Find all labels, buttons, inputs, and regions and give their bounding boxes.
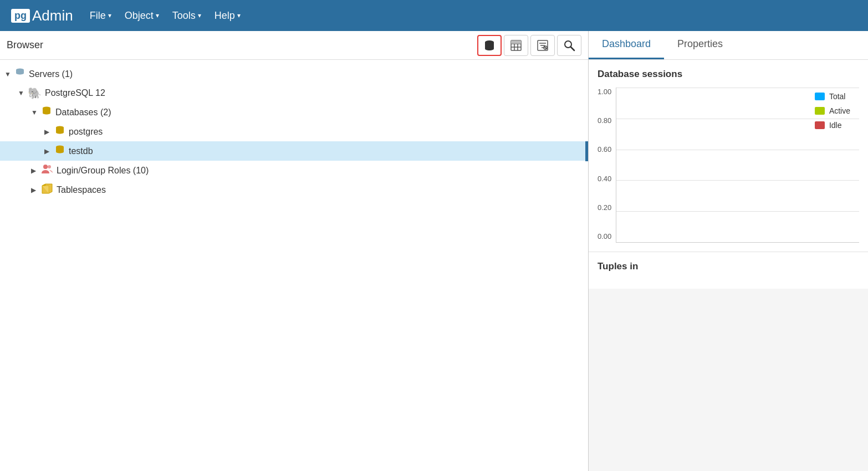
y-label-1: 1.00	[598, 88, 611, 96]
servers-icon	[14, 67, 25, 81]
testdb-label: testdb	[69, 146, 93, 156]
legend-idle: Idle	[815, 121, 850, 130]
search-icon	[563, 39, 575, 52]
chevron-down-icon: ▾	[156, 12, 159, 19]
top-menu: File ▾ Object ▾ Tools ▾ Help ▾	[90, 10, 241, 22]
grid-line-4	[616, 180, 859, 181]
svg-point-20	[48, 165, 51, 168]
tree-item-postgres-db[interactable]: ▶ postgres	[0, 122, 588, 141]
chevron-expand-icon: ▼	[18, 89, 25, 97]
dashboard-tabs: Dashboard Properties	[589, 31, 868, 60]
chart-grid: Total Active Idle	[616, 88, 859, 243]
postgres-db-label: postgres	[69, 127, 103, 137]
tab-dashboard[interactable]: Dashboard	[589, 30, 664, 59]
database-icon	[483, 39, 496, 52]
dashboard-panel: Dashboard Properties Database sessions 1…	[589, 31, 868, 471]
chevron-expand-icon: ▼	[31, 109, 39, 116]
tree-item-servers[interactable]: ▼ Servers (1)	[0, 64, 588, 84]
legend-idle-color	[815, 121, 825, 129]
tuples-in-card: Tuples in	[589, 252, 868, 289]
table-toolbar-button[interactable]	[504, 35, 528, 56]
browser-title: Browser	[7, 39, 43, 51]
chevron-collapsed-icon: ▶	[44, 147, 52, 155]
login-roles-icon	[41, 163, 53, 177]
tablespaces-label: Tablespaces	[57, 185, 106, 195]
grid-line-top	[616, 88, 859, 88]
filter-icon	[537, 39, 549, 52]
chevron-down-icon: ▾	[198, 12, 201, 19]
svg-point-19	[43, 165, 48, 169]
main-layout: Browser	[0, 31, 868, 471]
postgresql-label: PostgreSQL 12	[45, 88, 105, 98]
topbar: pg Admin File ▾ Object ▾ Tools ▾ Help ▾	[0, 0, 868, 31]
browser-panel: Browser	[0, 31, 589, 471]
dashboard-content: Database sessions 1.00 0.80 0.60 0.40 0.…	[589, 60, 868, 471]
table-icon	[510, 39, 522, 52]
chart-legend: Total Active Idle	[815, 92, 850, 130]
y-label-5: 0.20	[598, 203, 611, 212]
chevron-expand-icon: ▼	[4, 70, 12, 78]
legend-total: Total	[815, 92, 850, 101]
tab-properties[interactable]: Properties	[664, 30, 736, 59]
login-roles-label: Login/Group Roles (10)	[57, 166, 149, 176]
y-label-6: 0.00	[598, 232, 611, 240]
filter-toolbar-button[interactable]	[530, 35, 555, 56]
logo-pg: pg	[11, 9, 30, 23]
databases-label: Databases (2)	[55, 107, 111, 117]
tree-item-login-roles[interactable]: ▶ Login/Group Roles (10)	[0, 161, 588, 180]
svg-line-14	[571, 47, 574, 50]
menu-tools[interactable]: Tools ▾	[172, 10, 201, 22]
browser-tree: ▼ Servers (1) ▼ 🐘 PostgreSQL 12 ▼ Databa…	[0, 60, 588, 471]
legend-active-label: Active	[829, 106, 850, 115]
menu-help[interactable]: Help ▾	[215, 10, 241, 22]
tablespaces-icon	[41, 183, 53, 197]
logo-admin: Admin	[32, 7, 73, 24]
chevron-collapsed-icon: ▶	[31, 167, 39, 175]
tuples-in-title: Tuples in	[598, 261, 859, 272]
y-label-4: 0.40	[598, 175, 611, 183]
y-label-3: 0.60	[598, 145, 611, 153]
db-toolbar-button[interactable]	[477, 35, 502, 56]
tree-item-databases[interactable]: ▼ Databases (2)	[0, 103, 588, 122]
search-toolbar-button[interactable]	[557, 35, 581, 56]
browser-toolbar	[477, 35, 581, 56]
db-sessions-card: Database sessions 1.00 0.80 0.60 0.40 0.…	[589, 60, 868, 252]
grid-line-5	[616, 211, 859, 212]
servers-label: Servers (1)	[29, 69, 73, 79]
grid-line-3	[616, 150, 859, 150]
chart-main: Total Active Idle	[616, 88, 859, 243]
postgres-db-icon	[54, 125, 65, 139]
db-sessions-chart: 1.00 0.80 0.60 0.40 0.20 0.00	[598, 88, 859, 243]
logo: pg Admin	[11, 7, 73, 24]
chevron-collapsed-icon: ▶	[44, 128, 52, 136]
databases-icon	[41, 105, 52, 119]
menu-object[interactable]: Object ▾	[125, 10, 159, 22]
legend-active-color	[815, 107, 825, 115]
svg-rect-6	[511, 40, 521, 44]
chart-y-axis: 1.00 0.80 0.60 0.40 0.20 0.00	[598, 88, 616, 243]
legend-active: Active	[815, 106, 850, 115]
legend-total-label: Total	[829, 92, 846, 101]
y-label-2: 0.80	[598, 116, 611, 125]
testdb-icon	[54, 144, 65, 158]
chevron-down-icon: ▾	[237, 12, 241, 19]
tree-item-tablespaces[interactable]: ▶ Tablespaces	[0, 180, 588, 199]
browser-header: Browser	[0, 31, 588, 60]
svg-line-11	[544, 47, 547, 49]
legend-total-color	[815, 93, 825, 100]
chevron-down-icon: ▾	[108, 12, 111, 19]
postgresql-icon: 🐘	[28, 86, 42, 100]
tree-item-postgresql[interactable]: ▼ 🐘 PostgreSQL 12	[0, 84, 588, 103]
legend-idle-label: Idle	[829, 121, 842, 130]
selected-indicator	[585, 141, 588, 161]
tree-item-testdb[interactable]: ▶ testdb	[0, 141, 588, 161]
db-sessions-title: Database sessions	[598, 69, 859, 80]
menu-file[interactable]: File ▾	[90, 10, 111, 22]
chevron-collapsed-icon: ▶	[31, 186, 39, 194]
